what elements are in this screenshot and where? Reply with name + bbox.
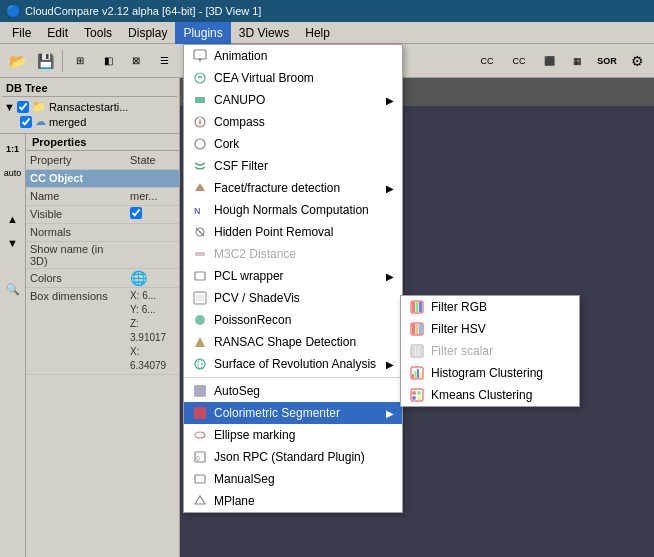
plugin-canupo[interactable]: CANUPO ▶ [184,89,402,111]
db-tree-header: DB Tree [2,80,177,97]
m3c2-icon [192,246,208,262]
side-btn-search[interactable]: 🔍 [2,278,24,300]
prop-boxdim-label: Box dimensions [26,287,126,374]
plugin-cork[interactable]: Cork [184,133,402,155]
toolbar-btn1[interactable]: ⊞ [67,48,93,74]
prop-visible-checkbox[interactable] [130,207,142,219]
cea-icon [192,70,208,86]
toolbar-btn3[interactable]: ⊠ [123,48,149,74]
menu-help[interactable]: Help [297,22,338,44]
side-btn-auto[interactable]: auto [2,162,24,184]
colorimetric-kmeans[interactable]: Kmeans Clustering [401,384,579,406]
colorimetric-arrow: ▶ [386,408,394,419]
toolbar-right-3[interactable]: ⬛ [536,48,562,74]
csf-icon [192,158,208,174]
toolbar-right-4[interactable]: ▦ [564,48,590,74]
menu-tools[interactable]: Tools [76,22,120,44]
side-btn-scale[interactable]: 1:1 [2,138,24,160]
toolbar-settings[interactable]: ⚙ [624,48,650,74]
colorimetric-filter-hsv[interactable]: Filter HSV [401,318,579,340]
prop-col-state: State [126,151,179,169]
side-icon-bar: 1:1 auto ▲ ▼ 🔍 [0,134,26,557]
plugin-surface[interactable]: Surface of Revolution Analysis ▶ [184,353,402,375]
plugin-facet[interactable]: Facet/fracture detection ▶ [184,177,402,199]
plugin-hidden-label: Hidden Point Removal [214,225,333,239]
plugin-compass[interactable]: Compass [184,111,402,133]
side-btn-up[interactable]: ▲ [2,208,24,230]
toolbar-btn4[interactable]: ☰ [151,48,177,74]
manualseg-icon [192,471,208,487]
plugin-animation[interactable]: Animation [184,45,402,67]
colorimetric-histogram[interactable]: Histogram Clustering [401,362,579,384]
plugin-facet-label: Facet/fracture detection [214,181,340,195]
plugins-menu: Animation CEA Virtual Broom CANUPO ▶ Com… [183,44,403,513]
plugin-cea[interactable]: CEA Virtual Broom [184,67,402,89]
svg-point-7 [195,139,205,149]
menu-edit[interactable]: Edit [39,22,76,44]
tree-folder-icon: 📁 [32,100,46,113]
tree-checkbox-ransac[interactable] [17,101,29,113]
svg-rect-0 [194,50,206,59]
window-title: CloudCompare v2.12 alpha [64-bit] - [3D … [25,5,261,17]
plugin-pcv[interactable]: PCV / ShadeVis [184,287,402,309]
svg-point-46 [412,396,416,400]
plugin-json-label: Json RPC (Standard Plugin) [214,450,365,464]
plugin-pcl[interactable]: PCL wrapper ▶ [184,265,402,287]
plugin-m3c2-label: M3C2 Distance [214,247,296,261]
toolbar-sor[interactable]: SOR [592,48,622,74]
hough-icon: N [192,202,208,218]
tree-checkbox-merged[interactable] [20,116,32,128]
menu-bar: File Edit Tools Display Plugins 3D Views… [0,22,654,44]
plugin-json[interactable]: {} Json RPC (Standard Plugin) [184,446,402,468]
svg-rect-32 [416,324,419,334]
prop-normals-label: Normals [26,223,126,241]
tree-cloud-icon: ☁ [35,115,46,128]
svg-rect-21 [194,407,206,419]
side-btn-down[interactable]: ▼ [2,232,24,254]
colorimetric-filter-rgb[interactable]: Filter RGB [401,296,579,318]
prop-name-label: Name [26,187,126,205]
toolbar-right-2[interactable]: CC [504,48,534,74]
plugin-mplane[interactable]: MPlane [184,490,402,512]
menu-file[interactable]: File [4,22,39,44]
menu-3dviews[interactable]: 3D Views [231,22,297,44]
plugin-ellipse[interactable]: Ellipse marking [184,424,402,446]
plugin-autoseg[interactable]: AutoSeg [184,380,402,402]
prop-normals-value [126,223,179,241]
toolbar-open[interactable]: 📂 [4,48,30,74]
db-tree: DB Tree ▼ 📁 Ransactestarti... ☁ merged [0,78,179,134]
tree-item-merged[interactable]: ☁ merged [18,114,177,129]
plugin-poisson[interactable]: PoissonRecon [184,309,402,331]
svg-rect-13 [195,272,205,280]
plugin-hidden[interactable]: Hidden Point Removal [184,221,402,243]
plugin-colorimetric[interactable]: Colorimetric Segmenter ▶ [184,402,402,424]
svg-rect-25 [195,475,205,483]
svg-point-47 [417,396,421,400]
compass-icon [192,114,208,130]
svg-marker-6 [199,118,201,126]
svg-rect-42 [420,372,422,378]
plugin-csf[interactable]: CSF Filter [184,155,402,177]
mplane-icon [192,493,208,509]
menu-plugins[interactable]: Plugins [175,22,230,44]
svg-rect-12 [195,252,205,256]
plugin-m3c2[interactable]: M3C2 Distance [184,243,402,265]
colorimetric-filter-scalar-label: Filter scalar [431,344,493,358]
hidden-icon [192,224,208,240]
tree-item-ransac[interactable]: ▼ 📁 Ransactestarti... [2,99,177,114]
colorimetric-filter-scalar[interactable]: Filter scalar [401,340,579,362]
svg-rect-37 [419,346,422,356]
toolbar-right-1[interactable]: CC [472,48,502,74]
menu-display[interactable]: Display [120,22,175,44]
plugin-ransac[interactable]: RANSAC Shape Detection [184,331,402,353]
colorimetric-histogram-label: Histogram Clustering [431,366,543,380]
plugin-mplane-label: MPlane [214,494,255,508]
properties-table: Property State CC Object Name mer... [26,151,179,375]
toolbar-save[interactable]: 💾 [32,48,58,74]
toolbar-btn2[interactable]: ◧ [95,48,121,74]
properties-panel: Properties Property State CC Object N [26,134,179,557]
svg-rect-15 [196,295,204,301]
plugin-manualseg[interactable]: ManualSeg [184,468,402,490]
plugin-compass-label: Compass [214,115,265,129]
plugin-hough[interactable]: N Hough Normals Computation [184,199,402,221]
